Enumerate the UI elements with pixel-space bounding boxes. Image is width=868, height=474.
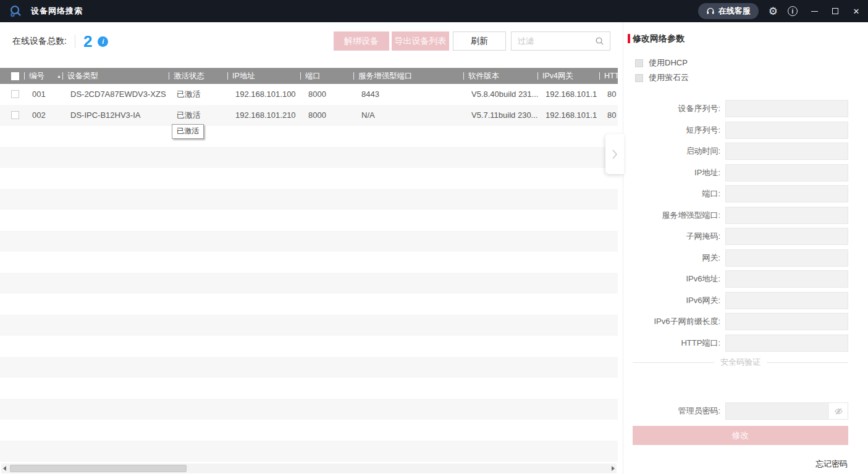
empty-row (0, 399, 618, 420)
table-row[interactable]: 001DS-2CD7A87EWDV3-XZS已激活192.168.101.100… (0, 84, 618, 105)
filter-input[interactable] (512, 36, 595, 46)
dhcp-checkbox[interactable] (635, 59, 643, 67)
admin-password-row: 管理员密码: (623, 402, 868, 420)
field-input[interactable] (725, 335, 848, 352)
scrollbar-thumb[interactable] (10, 465, 187, 472)
field-label: 短序列号: (623, 122, 720, 139)
empty-row (0, 378, 618, 399)
close-button[interactable]: ✕ (852, 7, 861, 15)
chevron-right-icon (612, 149, 618, 160)
field-label: IPv6子网前缀长度: (623, 313, 720, 330)
field-input[interactable] (725, 185, 848, 202)
minimize-button[interactable] (810, 7, 819, 15)
column-header-2[interactable]: 设备类型 (62, 68, 169, 84)
column-header-8[interactable]: IPv4网关 (537, 68, 599, 84)
table-cell: 80 (599, 105, 618, 126)
admin-password-field[interactable] (725, 402, 848, 420)
empty-row (0, 294, 618, 315)
field-input[interactable] (725, 100, 848, 117)
eye-off-icon (834, 407, 843, 416)
form-field-row: 网关: (623, 249, 868, 267)
field-label: 网关: (623, 249, 720, 267)
empty-row (0, 357, 618, 378)
field-label: HTTP端口: (623, 335, 720, 352)
row-checkbox[interactable] (11, 111, 19, 119)
about-info-icon[interactable]: i (788, 6, 798, 16)
field-label: 端口: (623, 185, 720, 202)
column-header-5[interactable]: 端口 (300, 68, 353, 84)
column-separator (537, 72, 538, 80)
select-all-checkbox[interactable] (11, 72, 19, 80)
form-field-row: 设备序列号: (623, 100, 868, 117)
table-cell: DS-IPC-B12HV3-IA (62, 105, 169, 126)
scroll-right-arrow-icon[interactable] (612, 466, 615, 471)
field-label: 启动时间: (623, 143, 720, 160)
field-input[interactable] (725, 313, 848, 330)
field-input[interactable] (725, 249, 848, 267)
column-header-6[interactable]: 服务增强型端口 (353, 68, 463, 84)
table-cell: 8000 (300, 105, 353, 126)
dhcp-checkbox-row: 使用DHCP (635, 57, 688, 69)
column-separator (353, 72, 354, 80)
panel-title: 修改网络参数 (633, 33, 685, 44)
settings-gear-icon[interactable]: ⚙ (769, 6, 778, 17)
table-cell: 已激活 (169, 105, 227, 126)
empty-row (0, 126, 618, 147)
form-field-row: IP地址: (623, 164, 868, 181)
form-field-row: 端口: (623, 185, 868, 202)
maximize-button[interactable] (831, 7, 840, 15)
field-input[interactable] (725, 143, 848, 160)
sadp-window: 设备网络搜索 在线客服 ⚙ i ✕ 在线设备总数: 2 i 解绑设备 (0, 0, 868, 474)
divider-line (633, 362, 714, 363)
form-field-row: 子网掩码: (623, 228, 868, 245)
field-input[interactable] (725, 207, 848, 224)
info-badge-icon[interactable]: i (98, 36, 108, 47)
field-label: 子网掩码: (623, 228, 720, 245)
unbind-device-button[interactable]: 解绑设备 (334, 31, 389, 51)
scroll-left-arrow-icon[interactable] (3, 466, 6, 471)
field-input[interactable] (725, 122, 848, 139)
forgot-password-link[interactable]: 忘记密码 (815, 459, 848, 470)
table-row[interactable]: 002DS-IPC-B12HV3-IA已激活192.168.101.210800… (0, 105, 618, 126)
table-cell: V5.7.11build 230... (463, 105, 537, 126)
column-header-3[interactable]: 激活状态 (169, 68, 227, 84)
title-bar: 设备网络搜索 在线客服 ⚙ i ✕ (0, 0, 868, 22)
field-input[interactable] (725, 228, 848, 245)
admin-password-label: 管理员密码: (623, 402, 720, 420)
column-header-7[interactable]: 软件版本 (463, 68, 537, 84)
form-field-row: IPv6子网前缀长度: (623, 313, 868, 330)
titlebar-controls: 在线客服 ⚙ i ✕ (698, 3, 861, 19)
field-input[interactable] (725, 270, 848, 288)
online-support-label: 在线客服 (718, 6, 751, 17)
form-field-row: IPv6网关: (623, 292, 868, 309)
empty-row (0, 441, 618, 462)
panel-collapse-handle[interactable] (605, 134, 624, 174)
refresh-button[interactable]: 刷新 (453, 31, 506, 51)
column-header-label: 端口 (305, 71, 321, 81)
table-cell: 192.168.101.1 (537, 105, 599, 126)
export-device-list-button[interactable]: 导出设备列表 (392, 31, 449, 51)
field-label: IPv6地址: (623, 270, 720, 288)
toggle-password-visibility-button[interactable] (829, 403, 848, 419)
modify-button[interactable]: 修改 (633, 426, 848, 445)
row-checkbox[interactable] (11, 90, 19, 98)
field-input[interactable] (725, 164, 848, 181)
headset-icon (706, 7, 715, 15)
column-header-1[interactable]: 编号▲ (24, 68, 62, 84)
field-label: 设备序列号: (623, 100, 720, 117)
column-header-9[interactable]: HTTP端口 (599, 68, 618, 84)
table-cell: DS-2CD7A87EWDV3-XZS (62, 84, 169, 105)
online-support-button[interactable]: 在线客服 (698, 3, 759, 19)
maximize-icon (832, 8, 838, 14)
ezviz-checkbox[interactable] (635, 74, 643, 82)
modify-network-panel: 修改网络参数 使用DHCP 使用萤石云 设备序列号:短序列号:启动时间:IP地址… (623, 22, 868, 474)
column-header-4[interactable]: IP地址 (227, 68, 300, 84)
column-header-label: IP地址 (232, 71, 255, 81)
field-label: IPv6网关: (623, 292, 720, 309)
horizontal-scrollbar[interactable] (1, 464, 617, 473)
form-field-row: 短序列号: (623, 122, 868, 139)
divider-line (767, 362, 848, 363)
close-icon: ✕ (853, 7, 860, 15)
field-input[interactable] (725, 292, 848, 309)
form-field-row: 启动时间: (623, 143, 868, 160)
